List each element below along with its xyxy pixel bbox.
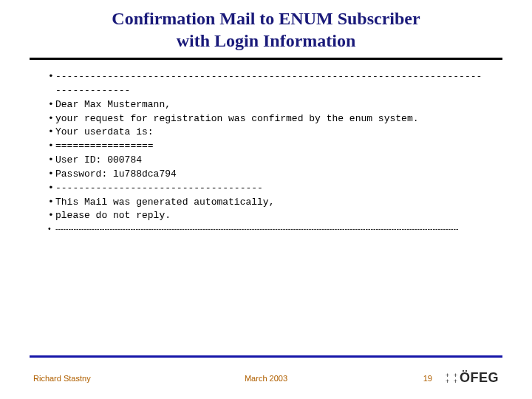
separator-mid: ------------------------------------ bbox=[48, 182, 488, 196]
separator-top: ----------------------------------------… bbox=[48, 70, 488, 98]
footer-divider bbox=[30, 355, 502, 358]
title-line-2: with Login Information bbox=[37, 30, 495, 52]
footer-right: 19 ++ ++ ÖFEG bbox=[423, 370, 499, 386]
footer-date: March 2003 bbox=[245, 374, 287, 383]
slide: Confirmation Mail to ENUM Subscriber wit… bbox=[0, 0, 532, 399]
user-id-line: User ID: 000784 bbox=[48, 154, 488, 168]
slide-title: Confirmation Mail to ENUM Subscriber wit… bbox=[0, 7, 532, 52]
password-line: Password: lu788dca794 bbox=[48, 168, 488, 182]
logo-mark-icon: ++ ++ bbox=[446, 372, 457, 385]
title-divider bbox=[30, 58, 502, 60]
footer-author: Richard Stastny bbox=[33, 374, 91, 383]
body-content: ----------------------------------------… bbox=[0, 70, 532, 235]
separator-bottom: ----------------------------------------… bbox=[48, 223, 488, 234]
logo-text: ÖFEG bbox=[460, 370, 499, 386]
auto-generated-line: This Mail was generated automatically, bbox=[48, 196, 488, 210]
footer: Richard Stastny March 2003 19 ++ ++ ÖFEG bbox=[0, 370, 532, 386]
ofeg-logo: ++ ++ ÖFEG bbox=[446, 370, 499, 386]
greeting-line: Dear Max Mustermann, bbox=[48, 98, 488, 112]
separator-eq: ================= bbox=[48, 140, 488, 154]
confirm-line: your request for registration was confir… bbox=[48, 112, 488, 126]
title-line-1: Confirmation Mail to ENUM Subscriber bbox=[37, 7, 495, 30]
userdata-label: Your userdata is: bbox=[48, 126, 488, 140]
no-reply-line: please do not reply. bbox=[48, 209, 488, 223]
page-number: 19 bbox=[423, 374, 432, 383]
